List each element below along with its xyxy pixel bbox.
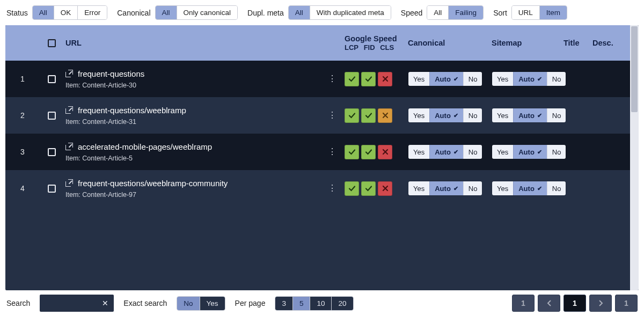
row-checkbox[interactable] — [48, 75, 56, 83]
pill-no[interactable]: No — [463, 72, 482, 86]
sort-url[interactable]: URL — [512, 6, 539, 19]
exact-yes[interactable]: Yes — [200, 297, 225, 310]
pill-auto[interactable]: Auto✔ — [513, 72, 547, 86]
col-sitemap: Sitemap — [492, 39, 564, 47]
speed-all[interactable]: All — [427, 6, 448, 19]
col-desc: Desc. — [592, 39, 619, 47]
pill-yes[interactable]: Yes — [408, 72, 429, 86]
row-url[interactable]: frequent-questions/weeblramp-community — [78, 179, 228, 188]
pill-yes[interactable]: Yes — [492, 145, 513, 159]
row-index: 3 — [5, 148, 40, 156]
search-input[interactable] — [45, 299, 102, 307]
speed-badge-ok — [345, 181, 359, 196]
clear-search-icon[interactable]: ✕ — [102, 299, 108, 307]
exact-search-label: Exact search — [123, 299, 167, 307]
status-ok[interactable]: OK — [54, 6, 78, 19]
yes-auto-no-toggle[interactable]: YesAuto✔No — [492, 108, 566, 123]
row-checkbox[interactable] — [48, 112, 56, 120]
perpage-20[interactable]: 20 — [331, 297, 353, 310]
col-title: Title — [564, 39, 592, 47]
pill-no[interactable]: No — [463, 145, 482, 159]
sort-seg: URL Item — [511, 5, 567, 20]
status-all[interactable]: All — [33, 6, 54, 19]
yes-auto-no-toggle[interactable]: YesAuto✔No — [408, 144, 482, 159]
row-index: 2 — [5, 111, 40, 120]
filter-speed-label: Speed — [401, 9, 422, 17]
external-link-icon[interactable] — [65, 107, 72, 114]
pill-no[interactable]: No — [463, 181, 482, 195]
pill-auto[interactable]: Auto✔ — [429, 145, 463, 159]
pill-no[interactable]: No — [547, 181, 566, 195]
search-box[interactable]: ✕ — [40, 295, 114, 312]
pill-auto[interactable]: Auto✔ — [513, 145, 547, 159]
pill-auto[interactable]: Auto✔ — [429, 108, 463, 122]
filter-sort-label: Sort — [493, 9, 507, 17]
row-item: Item: Content-Article-31 — [65, 118, 326, 126]
yes-auto-no-toggle[interactable]: YesAuto✔No — [408, 71, 482, 86]
yes-auto-no-toggle[interactable]: YesAuto✔No — [408, 108, 482, 123]
filter-bar: Status All OK Error Canonical All Only c… — [0, 0, 644, 25]
pill-yes[interactable]: Yes — [492, 181, 513, 195]
pill-auto[interactable]: Auto✔ — [429, 181, 463, 195]
footer-bar: Search ✕ Exact search No Yes Per page 3 … — [0, 295, 644, 317]
col-speed: Google Speed LCP FID CLS — [338, 34, 408, 52]
row-url-cell: frequent-questionsItem: Content-Article-… — [63, 69, 326, 89]
speed-badge-warn — [378, 108, 392, 123]
row-menu-icon[interactable] — [328, 74, 336, 83]
pill-no[interactable]: No — [547, 108, 566, 122]
row-item: Item: Content-Article-30 — [65, 82, 326, 89]
row-checkbox[interactable] — [48, 185, 56, 193]
row-menu-icon[interactable] — [328, 147, 336, 156]
pill-no[interactable]: No — [547, 72, 566, 86]
yes-auto-no-toggle[interactable]: YesAuto✔No — [492, 181, 566, 196]
canonical-only[interactable]: Only canonical — [177, 6, 238, 19]
select-all-checkbox[interactable] — [48, 39, 56, 47]
row-url[interactable]: frequent-questions — [78, 69, 144, 78]
perpage-10[interactable]: 10 — [310, 297, 331, 310]
row-url[interactable]: accelerated-mobile-pages/weeblramp — [78, 142, 212, 151]
page-last[interactable]: 1 — [615, 295, 638, 312]
row-url-cell: frequent-questions/weeblrampItem: Conten… — [63, 106, 326, 126]
pill-yes[interactable]: Yes — [408, 181, 429, 195]
col-canonical: Canonical — [408, 39, 492, 47]
pill-no[interactable]: No — [463, 108, 482, 122]
pill-yes[interactable]: Yes — [492, 108, 513, 122]
speed-badges — [345, 181, 408, 196]
filter-status-label: Status — [6, 9, 28, 17]
canonical-all[interactable]: All — [156, 6, 177, 19]
external-link-icon[interactable] — [65, 180, 72, 187]
perpage-3[interactable]: 3 — [275, 297, 292, 310]
pill-no[interactable]: No — [547, 145, 566, 159]
page-current[interactable]: 1 — [564, 295, 586, 312]
yes-auto-no-toggle[interactable]: YesAuto✔No — [492, 71, 566, 86]
page-prev[interactable] — [538, 295, 560, 312]
page-next[interactable] — [589, 295, 612, 312]
speed-badge-ok — [361, 145, 376, 159]
yes-auto-no-toggle[interactable]: YesAuto✔No — [408, 181, 482, 196]
external-link-icon[interactable] — [65, 143, 72, 150]
filter-speed: Speed All Failing — [401, 5, 484, 20]
pill-auto[interactable]: Auto✔ — [513, 108, 547, 122]
dupl-with[interactable]: With duplicated meta — [310, 6, 391, 19]
pill-yes[interactable]: Yes — [492, 72, 513, 86]
status-error[interactable]: Error — [77, 6, 107, 19]
pill-yes[interactable]: Yes — [408, 145, 429, 159]
row-url[interactable]: frequent-questions/weeblramp — [78, 106, 186, 115]
external-link-icon[interactable] — [65, 70, 72, 77]
speed-failing[interactable]: Failing — [448, 6, 483, 19]
vertical-scrollbar[interactable] — [630, 25, 639, 290]
row-menu-icon[interactable] — [328, 184, 336, 193]
exact-no[interactable]: No — [177, 297, 199, 310]
row-checkbox[interactable] — [48, 148, 56, 156]
page-first[interactable]: 1 — [512, 295, 535, 312]
yes-auto-no-toggle[interactable]: YesAuto✔No — [492, 144, 566, 159]
pill-auto[interactable]: Auto✔ — [429, 72, 463, 86]
pill-auto[interactable]: Auto✔ — [513, 181, 547, 195]
sort-item[interactable]: Item — [539, 6, 567, 19]
dupl-all[interactable]: All — [289, 6, 310, 19]
pill-yes[interactable]: Yes — [408, 108, 429, 122]
table-row: 1frequent-questionsItem: Content-Article… — [5, 61, 630, 97]
row-menu-icon[interactable] — [328, 111, 336, 120]
perpage-5[interactable]: 5 — [292, 297, 310, 310]
scrollbar-thumb[interactable] — [631, 26, 638, 112]
